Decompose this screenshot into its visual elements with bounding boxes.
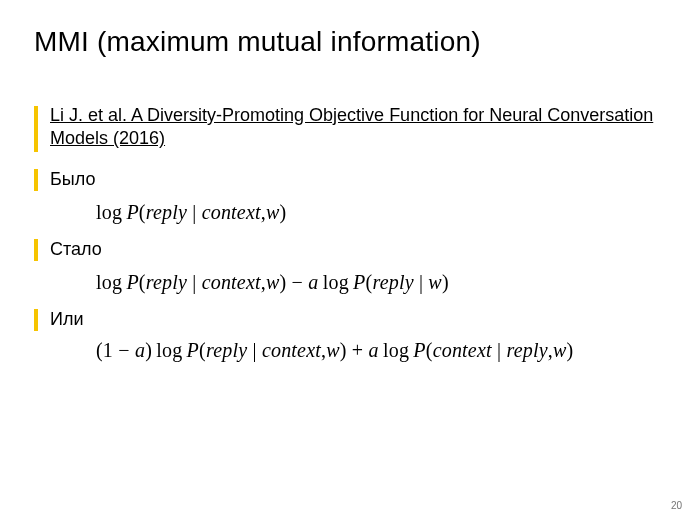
became-label: Стало: [50, 238, 102, 260]
slide: MMI (maximum mutual information) Li J. e…: [0, 0, 700, 525]
slide-title: MMI (maximum mutual information): [34, 26, 666, 58]
was-line: Было: [34, 168, 666, 191]
or-label: Или: [50, 308, 84, 330]
equation-became: log P(reply | context,w) − a log P(reply…: [96, 271, 666, 294]
bullet-bar: [34, 106, 38, 152]
equation-or: (1 − a) log P(reply | context,w) + a log…: [96, 339, 666, 362]
became-line: Стало: [34, 238, 666, 261]
was-label: Было: [50, 168, 95, 190]
page-number: 20: [671, 500, 682, 511]
reference-line: Li J. et al. A Diversity-Promoting Objec…: [34, 104, 666, 152]
bullet-bar: [34, 169, 38, 191]
bullet-bar: [34, 239, 38, 261]
or-line: Или: [34, 308, 666, 331]
equation-was: log P(reply | context,w): [96, 201, 666, 224]
reference-text: Li J. et al. A Diversity-Promoting Objec…: [50, 104, 666, 150]
bullet-bar: [34, 309, 38, 331]
